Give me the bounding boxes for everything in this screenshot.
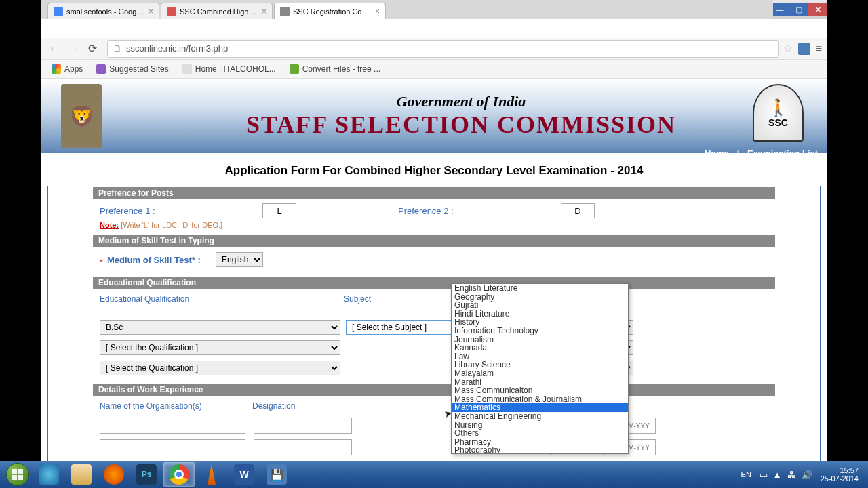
tab-close-icon[interactable]: × <box>375 7 380 16</box>
qualification-select-1[interactable]: B.Sc <box>100 320 340 335</box>
browser-toolbar: ← → ⟳ 🗋 ssconline.nic.in/form3.php ☆ ≡ <box>41 38 827 60</box>
reload-button[interactable]: ⟳ <box>84 41 100 57</box>
header-nav: Home | Examination List <box>702 148 821 159</box>
taskbar-photoshop[interactable]: Ps <box>131 462 162 487</box>
address-bar[interactable]: 🗋 ssconline.nic.in/form3.php <box>107 40 779 58</box>
taskbar-explorer[interactable] <box>66 462 97 487</box>
bookmark-convert[interactable]: Convert Files - free ... <box>284 62 386 76</box>
tray-volume-icon[interactable]: 🔊 <box>802 470 812 480</box>
education-row: [ Select the Qualification ] % Medium <box>93 358 775 378</box>
dropdown-option[interactable]: Mechanical Engineering <box>452 412 628 421</box>
work-row <box>93 436 775 458</box>
col-qualification: Educational Qualification <box>100 294 344 313</box>
bookmark-icon <box>290 64 299 74</box>
dropdown-option[interactable]: Information Technology <box>452 327 628 336</box>
taskbar-ie[interactable] <box>33 462 64 487</box>
skill-select[interactable]: English <box>216 252 263 267</box>
taskbar-vlc[interactable] <box>196 462 227 487</box>
tray-up-icon[interactable]: ▲ <box>773 470 782 480</box>
dropdown-option[interactable]: Malayalam <box>452 369 628 378</box>
page-icon: 🗋 <box>113 43 122 54</box>
form-container: Prefrence for Posts Preference 1 : Prefe… <box>47 186 821 465</box>
ssc-logo: 🚶 SSC <box>753 84 804 142</box>
bookmark-icon <box>96 64 106 74</box>
education-row: B.Sc [ Select the Subject ] % Medium <box>93 317 775 338</box>
forward-button[interactable]: → <box>65 41 81 57</box>
col-organisation: Name of the Organisation(s) <box>100 401 252 411</box>
apps-icon <box>52 64 61 74</box>
tab-close-icon[interactable]: × <box>149 7 153 16</box>
taskbar-word[interactable]: W <box>229 462 260 487</box>
nav-home-link[interactable]: Home <box>702 148 732 159</box>
taskbar-firefox[interactable] <box>98 462 130 487</box>
nav-exam-link[interactable]: Examination List <box>745 148 821 159</box>
back-button[interactable]: ← <box>46 41 62 57</box>
dropdown-option[interactable]: English Literature <box>452 284 628 293</box>
pref1-label: Preference 1 : <box>93 206 262 216</box>
pref2-label: Preference 2 : <box>391 206 561 216</box>
organisation-input-2[interactable] <box>100 439 245 455</box>
tray-flag-icon[interactable]: ▭ <box>760 470 768 480</box>
window-maximize-button[interactable]: ▢ <box>789 3 808 16</box>
taskbar-save[interactable]: 💾 <box>261 462 292 487</box>
svg-rect-2 <box>12 475 17 480</box>
bookmark-home[interactable]: Home | ITALCOHOL... <box>177 62 281 76</box>
system-tray: EN ▭ ▲ 🖧 🔊 15:57 25-07-2014 <box>741 466 865 483</box>
dropdown-option[interactable]: Kannada <box>452 344 628 352</box>
svg-rect-0 <box>12 469 17 474</box>
tab-ssc-combined[interactable]: SSC Combined Higher Se × <box>161 3 273 19</box>
page-content: 🦁 Government of India STAFF SELECTION CO… <box>41 79 827 480</box>
work-row <box>93 415 775 436</box>
dropdown-option[interactable]: Mass Communicaiton <box>452 386 628 395</box>
designation-input-2[interactable] <box>254 439 352 455</box>
pref2-input[interactable] <box>561 203 595 218</box>
tab-title: smallseotools - Google Se <box>66 7 144 16</box>
tab-title: SSC Combined Higher Se <box>180 7 258 16</box>
language-indicator[interactable]: EN <box>741 470 751 479</box>
bookmark-suggested[interactable]: Suggested Sites <box>91 62 174 76</box>
favicon <box>54 7 63 16</box>
tab-title: SSC Registration Contd. <box>293 7 371 16</box>
tab-strip: smallseotools - Google Se × SSC Combined… <box>41 0 773 19</box>
taskbar-chrome[interactable] <box>163 462 195 487</box>
apps-button[interactable]: Apps <box>46 62 88 76</box>
designation-input-1[interactable] <box>254 418 352 434</box>
arrow-icon: ▸ <box>100 256 103 264</box>
section-preference-header: Prefrence for Posts <box>93 187 775 199</box>
subject-dropdown[interactable]: English LiteratureGeographyGujratiHindi … <box>451 283 629 454</box>
ssc-title: STAFF SELECTION COMMISSION <box>115 110 807 139</box>
header-banner: 🦁 Government of India STAFF SELECTION CO… <box>41 79 827 153</box>
window-close-button[interactable]: ✕ <box>808 3 827 16</box>
section-education-header: Educational Qualification <box>93 277 775 289</box>
pref1-input[interactable] <box>262 203 296 218</box>
note-content: [Write 'L' for LDC, 'D' for DEO.] <box>121 221 222 229</box>
col-designation: Designation <box>252 401 456 411</box>
skill-label: Medium of Skill Test* : <box>107 255 216 265</box>
dropdown-option[interactable]: Gujrati <box>452 301 628 310</box>
clock[interactable]: 15:57 25-07-2014 <box>821 466 859 483</box>
favicon <box>280 7 290 16</box>
taskbar: Ps W 💾 EN ▭ ▲ 🖧 🔊 15:57 25-07-2014 <box>0 461 868 488</box>
dropdown-option[interactable]: Photography <box>452 446 628 454</box>
tab-ssc-registration[interactable]: SSC Registration Contd. × <box>274 3 386 19</box>
qualification-select-3[interactable]: [ Select the Qualification ] <box>100 361 340 375</box>
tray-network-icon[interactable]: 🖧 <box>787 470 796 480</box>
window-minimize-button[interactable]: — <box>770 3 789 16</box>
extension-icon[interactable] <box>798 43 810 55</box>
note-label: Note: <box>100 221 119 229</box>
windows-icon <box>6 463 29 486</box>
organisation-input-1[interactable] <box>100 418 245 434</box>
bookmarks-bar: Apps Suggested Sites Home | ITALCOHOL...… <box>41 60 827 79</box>
menu-icon[interactable]: ≡ <box>816 43 822 55</box>
start-button[interactable] <box>3 462 33 487</box>
url-text: ssconline.nic.in/form3.php <box>126 43 228 54</box>
tab-smallseotools[interactable]: smallseotools - Google Se × <box>47 3 159 19</box>
tab-close-icon[interactable]: × <box>262 7 267 16</box>
education-row: [ Select the Qualification ] % Medium <box>93 338 775 358</box>
dropdown-option[interactable]: Geography <box>452 293 628 302</box>
qualification-select-2[interactable]: [ Select the Qualification ] <box>100 340 340 355</box>
browser-window: smallseotools - Google Se × SSC Combined… <box>41 0 827 461</box>
bookmark-star-icon[interactable]: ☆ <box>783 42 793 55</box>
dropdown-option[interactable]: Others <box>452 429 628 438</box>
national-emblem: 🦁 <box>61 84 102 148</box>
